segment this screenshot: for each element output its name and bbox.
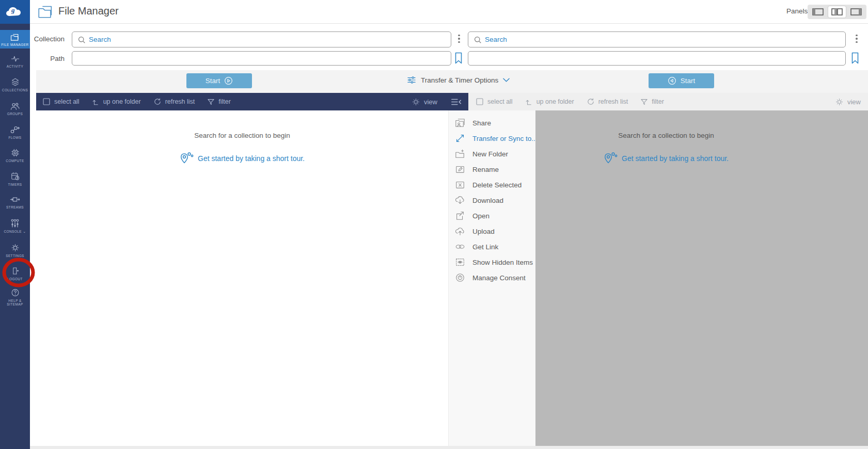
menu-item-upload[interactable]: Upload	[449, 223, 535, 239]
transfer-timer-options-toggle[interactable]: Transfer & Timer Options	[407, 76, 510, 84]
activity-icon	[10, 55, 20, 63]
left-filter[interactable]: filter	[207, 98, 231, 106]
sliders-icon	[407, 76, 416, 84]
sidebar-item-settings[interactable]: SETTINGS	[0, 239, 30, 261]
panels-label: Panels	[786, 7, 808, 15]
sidebar-item-streams[interactable]: STREAMS	[0, 191, 30, 213]
globus-logo[interactable]: g	[0, 0, 30, 24]
refresh-icon	[153, 98, 162, 106]
tour-icon	[604, 152, 618, 165]
right-bookmark-icon[interactable]	[851, 52, 859, 65]
file-manager-app: g FILE MANAGER ACTIVITY COLLECTIONS GROU…	[0, 0, 868, 449]
sidebar-item-label: LOGOUT	[7, 277, 23, 281]
panel-layout-dual-button[interactable]	[828, 6, 846, 18]
menu-item-share[interactable]: Share	[449, 115, 535, 131]
left-tour-link: Get started by taking a short tour.	[198, 154, 305, 163]
menu-item-delete-selected[interactable]: Delete Selected	[449, 177, 535, 193]
get-link-icon	[454, 242, 466, 252]
collections-icon	[10, 77, 20, 87]
play-left-icon	[668, 76, 676, 85]
open-icon	[454, 211, 466, 221]
sidebar-item-help-sitemap[interactable]: HELP & SITEMAP	[0, 286, 30, 308]
right-collection-kebab-menu[interactable]	[852, 33, 861, 44]
left-start-button[interactable]: Start	[186, 73, 252, 88]
right-select-all[interactable]: select all	[476, 98, 513, 106]
left-collection-search-input[interactable]	[72, 31, 451, 47]
chevron-down-icon	[503, 78, 510, 83]
left-up-one-folder[interactable]: up one folder	[92, 98, 141, 106]
sidebar-item-groups[interactable]: GROUPS	[0, 98, 30, 119]
sidebar-item-label: COMPUTE	[6, 159, 24, 163]
left-select-all[interactable]: select all	[42, 98, 80, 106]
menu-item-manage-consent[interactable]: Manage Consent	[449, 270, 535, 285]
collection-search-area: Collection Path	[30, 24, 868, 70]
compute-icon	[10, 148, 20, 157]
timers-icon	[10, 172, 20, 181]
console-icon	[10, 218, 20, 228]
path-label: Path	[30, 55, 65, 62]
help-icon	[10, 288, 20, 297]
menu-item-download[interactable]: Download	[449, 193, 535, 208]
share-icon	[454, 118, 466, 128]
page-title: File Manager	[58, 5, 119, 17]
settings-icon	[10, 243, 20, 252]
transfer-timer-options-label: Transfer & Timer Options	[421, 76, 498, 84]
sidebar-item-label: STREAMS	[6, 205, 24, 209]
sidebar-item-console[interactable]: CONSOLE ⌄	[0, 214, 30, 237]
single-panel-right-icon	[850, 8, 862, 15]
sidebar-item-label: FILE MANAGER	[1, 43, 28, 46]
chevron-down-icon: ⌄	[23, 230, 26, 233]
right-panel-toolbar: select all up one folder refresh list fi…	[468, 93, 868, 110]
left-tour-link-row[interactable]: Get started by taking a short tour.	[36, 152, 448, 165]
globus-cloud-icon: g	[5, 4, 25, 20]
right-tour-link: Get started by taking a short tour.	[622, 154, 729, 163]
sidebar-item-collections[interactable]: COLLECTIONS	[0, 74, 30, 95]
filter-icon	[640, 98, 648, 106]
transfer-icon	[454, 133, 466, 143]
right-empty-message: Search for a collection to begin	[468, 132, 864, 139]
gear-icon	[412, 98, 420, 106]
right-refresh-list[interactable]: refresh list	[587, 98, 628, 106]
left-bookmark-icon[interactable]	[454, 52, 463, 65]
left-path-input[interactable]	[72, 51, 451, 66]
sidebar-item-logout[interactable]: LOGOUT	[0, 263, 30, 284]
play-right-icon	[224, 76, 233, 85]
menu-item-get-link[interactable]: Get Link	[449, 239, 535, 254]
bottom-strip	[30, 446, 868, 449]
menu-item-show-hidden-items[interactable]: Show Hidden Items	[449, 254, 535, 270]
sidebar-item-label: COLLECTIONS	[2, 88, 28, 92]
left-refresh-list[interactable]: refresh list	[153, 98, 195, 106]
sidebar-item-activity[interactable]: ACTIVITY	[0, 51, 30, 72]
right-filter[interactable]: filter	[640, 98, 664, 106]
svg-text:g: g	[11, 6, 15, 14]
sidebar-item-label: TIMERS	[8, 183, 22, 186]
up-one-folder-icon	[92, 98, 100, 106]
right-view-options[interactable]: view	[835, 98, 861, 106]
single-panel-icon	[812, 8, 824, 15]
streams-icon	[10, 195, 20, 204]
panel-layout-single-right-button[interactable]	[847, 6, 865, 18]
sidebar-item-label: GROUPS	[7, 112, 23, 116]
header: File Manager Panels	[30, 0, 868, 24]
download-icon	[454, 195, 466, 205]
left-collection-kebab-menu[interactable]	[454, 33, 464, 44]
sidebar-item-file-manager[interactable]: FILE MANAGER	[0, 30, 30, 49]
left-file-panel: Search for a collection to begin Get sta…	[36, 110, 448, 446]
left-view-options[interactable]: view	[412, 98, 437, 106]
upload-icon	[454, 226, 466, 236]
sidebar-item-compute[interactable]: COMPUTE	[0, 145, 30, 166]
right-tour-link-row[interactable]: Get started by taking a short tour.	[468, 152, 864, 165]
sidebar-item-timers[interactable]: TIMERS	[0, 168, 30, 190]
right-collection-search-input[interactable]	[468, 31, 846, 47]
manage-consent-icon	[454, 272, 466, 283]
sidebar-item-label: SETTINGS	[6, 254, 24, 258]
sidebar-item-label: ACTIVITY	[7, 65, 23, 68]
groups-icon	[10, 102, 20, 110]
collapse-menu-icon[interactable]	[451, 98, 462, 106]
right-path-input[interactable]	[468, 51, 846, 66]
right-start-button[interactable]: Start	[649, 73, 714, 88]
panel-layout-single-button[interactable]	[809, 6, 827, 18]
right-up-one-folder[interactable]: up one folder	[525, 98, 574, 106]
sidebar-item-flows[interactable]: FLOWS	[0, 121, 30, 143]
menu-item-open[interactable]: Open	[449, 208, 535, 223]
